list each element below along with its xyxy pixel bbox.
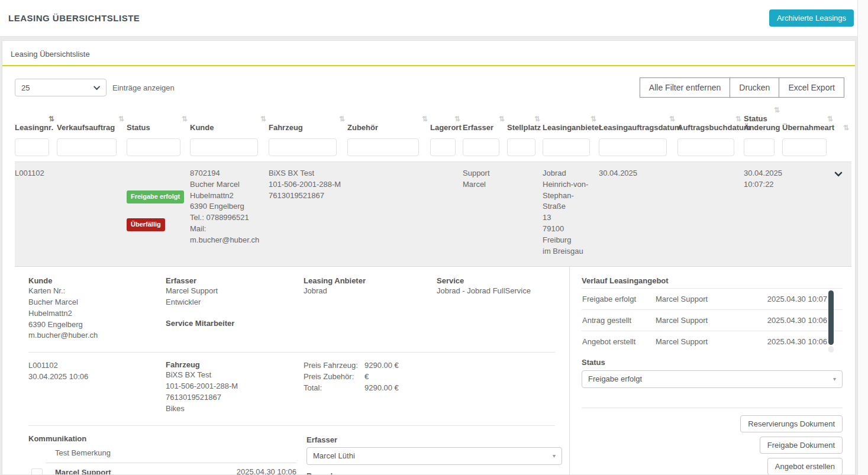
col-header-lagerort[interactable]: ⇅Lagerort [430,105,463,136]
filter-input-kunde[interactable] [190,138,258,156]
filter-input-erfasser[interactable] [463,138,499,156]
collapse-row-icon[interactable] [834,169,843,177]
communication-row: Kommunikation Test Bemerkung Marcel Supp… [28,426,569,475]
col-header-uebernahmeart[interactable]: ⇅Übernahmeart [782,105,835,136]
detail-fahrzeug-text: BiXS BX Test 101-506-2001-288-M 76130195… [166,370,304,414]
verlauf-title: Verlauf Leasingangebot [582,276,843,285]
col-header-fahrzeug[interactable]: ⇅Fahrzeug [269,105,347,136]
status-badge: Überfällig [127,218,165,231]
col-header-auftragsbuchdatum[interactable]: ⇅Auftragsbuchdatum [677,105,744,136]
detail-service-text: Jobrad - Jobrad FullService [437,286,555,297]
table-controls: 25 Einträge anzeigen Alle Filter entfern… [2,66,855,104]
verlauf-user: Marcel Support [656,337,750,346]
reservierungs-dokument-button[interactable]: Reservierungs Dokument [740,415,843,432]
price-label: Preis Zubehör: [304,371,364,383]
kommunikation-block: Kommunikation Test Bemerkung Marcel Supp… [28,434,296,475]
archived-leasings-button[interactable]: Archivierte Leasings [769,9,854,27]
window-scrollbar-track[interactable] [857,0,868,475]
sort-icon: ⇅ [15,115,54,124]
detail-vehicle-row: L001102 30.04.2025 10:06 Fahrzeug BiXS B… [28,353,555,425]
export-button-group: Alle Filter entfernen Drucken Excel Expo… [640,77,844,98]
col-header-leasingauftragsdatum[interactable]: ⇅Leasingauftragsdatum [599,105,677,136]
col-header-status-aenderung[interactable]: ⇅Status Änderung [744,105,782,136]
price-label: Total: [304,383,364,394]
detail-kunde-text: Karten Nr.: Bucher Marcel Hubelmattn2 63… [28,286,166,341]
verlauf-date: 2025.04.30 10:06 [750,337,827,346]
detail-kunde-title: Kunde [28,276,166,285]
detail-service-title: Service [437,276,555,285]
leasing-table-wrap: ⇅Leasingnr. ⇅Verkaufsauftrag ⇅Status ⇅Ku… [2,104,855,267]
detail-erfasser-text: Marcel Support Entwickler [166,286,304,308]
chevron-down-icon: ▾ [553,453,556,459]
col-header-kunde[interactable]: ⇅Kunde [190,105,269,136]
sort-icon: ⇅ [430,115,460,124]
cell-uebernahmeart [782,161,835,266]
filter-input-leasinganbieter[interactable] [543,138,590,156]
col-header-zubehoer[interactable]: ⇅Zubehör [347,105,430,136]
col-header-verkaufsauftrag[interactable]: ⇅Verkaufsauftrag [57,105,127,136]
status-select[interactable]: Freigabe erfolgt ▾ [582,370,843,388]
erfasser-select[interactable]: Marcel Lüthi ▾ [306,447,562,465]
cell-leasingnr: L001102 [15,161,57,266]
price-value: 9290.00 € [364,360,555,371]
detail-info-row: Kunde Karten Nr.: Bucher Marcel Hubelmat… [28,276,555,353]
entry-checkbox[interactable] [31,468,43,475]
verlauf-user: Marcel Support [656,295,750,303]
filter-input-lagerort[interactable] [430,138,456,156]
page-size-select[interactable]: 25 [15,79,107,96]
top-header: LEASING ÜBERSICHTSLISTE Archivierte Leas… [0,0,857,37]
status-select-value: Freigabe erfolgt [588,374,642,383]
excel-export-button[interactable]: Excel Export [779,77,844,98]
verlauf-status: Freigabe erfolgt [582,295,656,303]
filter-input-leasingnr[interactable] [15,138,49,156]
filter-input-stellplatz[interactable] [507,138,535,156]
price-value: 9290.00 € [364,383,555,394]
filter-input-auftragsbuchdatum[interactable] [677,138,734,156]
detail-kunde-block: Kunde Karten Nr.: Bucher Marcel Hubelmat… [28,276,166,341]
sort-icon: ⇅ [782,115,833,124]
sort-icon: ⇅ [57,115,124,124]
filter-input-zubehoer[interactable] [347,138,419,156]
entry-body: Marcel Support Neuer leasing Auftrag ers… [55,467,225,475]
cell-stellplatz [507,161,543,266]
col-header-erfasser[interactable]: ⇅Erfasser [463,105,507,136]
freigabe-dokument-button[interactable]: Freigabe Dokument [760,437,843,454]
bemerkung-label: Bemerkung [306,471,562,475]
filter-input-verkaufsauftrag[interactable] [57,138,117,156]
verlauf-status: Angebot erstellt [582,337,656,346]
detail-fahrzeug-block: Fahrzeug BiXS BX Test 101-506-2001-288-M… [166,360,304,414]
sort-icon: ⇅ [463,115,505,124]
detail-price-block: Preis Fahrzeug: 9290.00 € Preis Zubehör:… [304,360,555,414]
col-header-stellplatz[interactable]: ⇅Stellplatz [507,105,543,136]
angebot-erstellen-button[interactable]: Angebot erstellen [767,458,843,475]
clear-filters-button[interactable]: Alle Filter entfernen [640,77,730,98]
filter-input-status-aenderung[interactable] [744,138,775,156]
filter-input-uebernahmeart[interactable] [782,138,827,156]
status-select-label: Status [582,358,843,367]
table-header-row: ⇅Leasingnr. ⇅Verkaufsauftrag ⇅Status ⇅Ku… [15,105,851,136]
sort-icon: ⇅ [190,115,266,124]
col-header-status[interactable]: ⇅Status [127,105,190,136]
verlauf-scrollbar-thumb[interactable] [828,290,834,345]
table-row[interactable]: L001102 Freigabe erfolgt Überfällig 8702… [15,161,851,266]
col-header-expand[interactable]: ⇅ [835,105,851,136]
verlauf-panel: Verlauf Leasingangebot Freigabe erfolgt … [569,267,855,475]
print-button[interactable]: Drucken [730,77,779,98]
tab-leasing-uebersichtsliste[interactable]: Leasing Übersichtsliste [11,50,90,59]
verlauf-entry: Freigabe erfolgt Marcel Support 2025.04.… [582,288,843,309]
filter-input-status[interactable] [127,138,180,156]
page-size-value: 25 [21,83,30,92]
cell-lagerort [430,161,463,266]
verlauf-list: Freigabe erfolgt Marcel Support 2025.04.… [582,288,843,352]
filter-input-leasingauftragsdatum[interactable] [599,138,667,156]
col-header-leasingnr[interactable]: ⇅Leasingnr. [15,105,57,136]
detail-order-date: 30.04.2025 10:06 [28,371,166,383]
status-badge: Freigabe erfolgt [127,190,184,203]
page-title: LEASING ÜBERSICHTSLISTE [8,13,140,23]
filter-input-fahrzeug[interactable] [269,138,337,156]
verlauf-date: 2025.04.30 10:07 [750,295,827,303]
col-header-leasinganbieter[interactable]: ⇅Leasinganbieter [543,105,599,136]
detail-erfasser-block: Erfasser Marcel Support Entwickler Servi… [166,276,304,341]
detail-order-block: L001102 30.04.2025 10:06 [28,360,166,414]
detail-service-mitarbeiter-title: Service Mitarbeiter [166,319,304,328]
